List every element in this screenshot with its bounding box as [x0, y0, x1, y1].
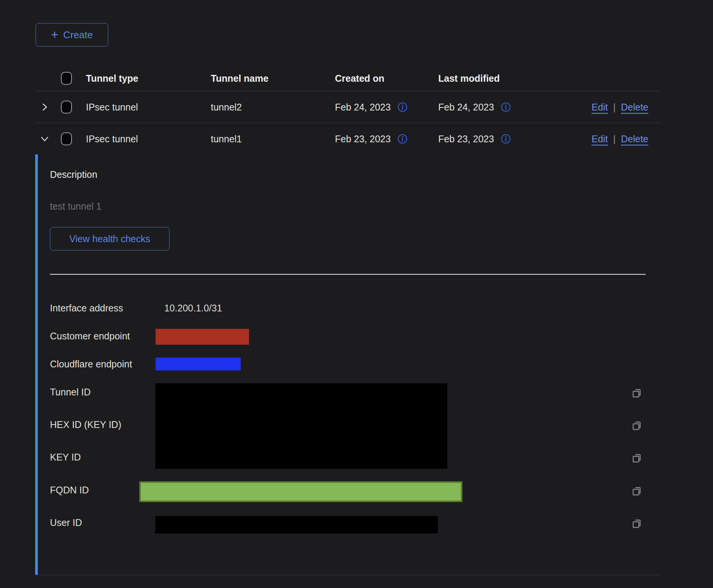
copy-icon[interactable]	[631, 485, 643, 496]
delete-link[interactable]: Delete	[621, 101, 648, 112]
column-header-last-modified: Last modified	[438, 73, 500, 84]
tunnel-type-cell: IPsec tunnel	[86, 133, 138, 144]
fqdn-id-redaction	[139, 481, 462, 502]
column-header-tunnel-type: Tunnel type	[86, 73, 138, 84]
table-bottom-divider	[35, 575, 660, 575]
expanded-row-accent-bar	[35, 154, 38, 575]
field-label-hex-id: HEX ID (KEY ID)	[50, 419, 121, 430]
info-icon[interactable]	[397, 134, 408, 144]
field-label-tunnel-id: Tunnel ID	[50, 387, 90, 398]
panel-divider	[50, 274, 646, 275]
cloudflare-endpoint-redaction	[156, 358, 241, 370]
create-button-label: Create	[63, 29, 93, 41]
field-label-customer-endpoint: Customer endpoint	[50, 331, 130, 342]
last-modified-cell: Feb 23, 2023	[438, 133, 494, 144]
column-header-tunnel-name: Tunnel name	[211, 73, 268, 84]
description-value: test tunnel 1	[50, 201, 101, 212]
copy-icon[interactable]	[631, 518, 643, 529]
field-label-interface-address: Interface address	[50, 303, 123, 314]
info-icon[interactable]	[397, 102, 408, 112]
ids-redaction-block	[155, 383, 447, 469]
field-label-fqdn-id: FQDN ID	[50, 485, 89, 496]
table-header-row: Tunnel type Tunnel name Created on Last …	[0, 66, 713, 91]
tunnel-type-cell: IPsec tunnel	[86, 101, 138, 112]
field-label-cloudflare-endpoint: Cloudflare endpoint	[50, 359, 132, 370]
collapse-chevron-down-icon[interactable]	[39, 134, 50, 144]
field-label-key-id: KEY ID	[50, 452, 81, 463]
copy-icon[interactable]	[631, 452, 643, 464]
table-row: IPsec tunnel tunnel2 Feb 24, 2023 Feb 24…	[0, 91, 713, 123]
created-on-cell: Feb 23, 2023	[335, 133, 391, 144]
table-row: IPsec tunnel tunnel1 Feb 23, 2023 Feb 23…	[0, 123, 713, 154]
customer-endpoint-redaction	[156, 329, 249, 345]
action-separator: |	[613, 133, 616, 144]
user-id-redaction	[155, 516, 438, 534]
description-label: Description	[50, 169, 97, 180]
row-checkbox[interactable]	[61, 101, 72, 114]
created-on-cell: Feb 24, 2023	[335, 101, 391, 112]
interface-address-value: 10.200.1.0/31	[164, 303, 222, 314]
edit-link[interactable]: Edit	[592, 101, 608, 112]
field-label-user-id: User ID	[50, 517, 82, 528]
create-button[interactable]: + Create	[36, 23, 108, 47]
row-checkbox[interactable]	[61, 132, 72, 145]
view-health-checks-button[interactable]: View health checks	[50, 227, 170, 250]
tunnels-page: + Create Tunnel type Tunnel name Created…	[0, 0, 713, 588]
action-separator: |	[613, 101, 616, 112]
tunnel-name-cell: tunnel1	[211, 133, 242, 144]
plus-icon: +	[51, 28, 58, 41]
column-header-created-on: Created on	[335, 73, 385, 84]
last-modified-cell: Feb 24, 2023	[438, 101, 494, 112]
select-all-checkbox[interactable]	[61, 72, 72, 85]
expand-chevron-right-icon[interactable]	[39, 102, 50, 112]
edit-link[interactable]: Edit	[592, 133, 608, 144]
copy-icon[interactable]	[631, 420, 643, 431]
delete-link[interactable]: Delete	[621, 133, 648, 144]
info-icon[interactable]	[501, 102, 511, 112]
tunnel-name-cell: tunnel2	[211, 101, 242, 112]
copy-icon[interactable]	[631, 387, 643, 398]
info-icon[interactable]	[501, 134, 511, 144]
